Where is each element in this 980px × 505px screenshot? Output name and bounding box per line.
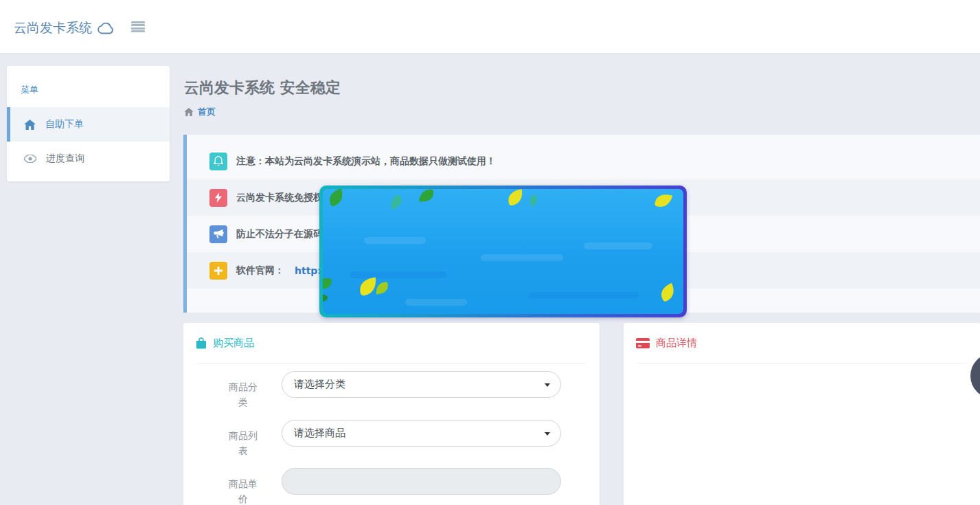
chevron-down-icon [545,432,550,436]
unit-price-input [282,468,561,495]
notice-text: 注意：本站为云尚发卡系统演示站，商品数据只做测试使用！ [236,155,496,168]
buy-panel: 购买商品 商品分类 请选择分类 商品列表 请选择商品 商品单价 [183,323,600,505]
product-select-value: 请选择商品 [294,427,345,440]
buy-panel-title: 购买商品 [213,337,254,350]
cloud-icon [97,23,115,34]
plus-icon [209,262,227,280]
promo-banner-inner [323,189,683,314]
notice-text: 云尚发卡系统免授权 [236,192,323,204]
notice-row: 注意：本站为云尚发卡系统演示站，商品数据只做测试使用！ [187,143,980,179]
sidebar-item-progress-query[interactable]: 进度查询 [7,142,170,176]
bell-icon [209,153,227,170]
divider [637,363,966,363]
detail-panel-title: 商品详情 [656,337,697,350]
banner-leaves-decoration [323,189,683,314]
sidebar-title: 菜单 [7,66,170,107]
credit-card-icon [636,338,650,348]
promo-banner-image [319,186,687,317]
chevron-down-icon [545,383,550,387]
category-label: 商品分类 [227,379,260,409]
page-title: 云尚发卡系统 安全稳定 [184,78,341,98]
bullhorn-icon [209,225,227,243]
breadcrumb-home-icon [184,108,194,116]
breadcrumb: 首页 [184,106,216,118]
category-select-value: 请选择分类 [294,378,345,391]
breadcrumb-home-link[interactable]: 首页 [198,106,216,118]
app-logo[interactable]: 云尚发卡系统 [14,19,115,37]
shopping-bag-icon [196,337,207,349]
category-select[interactable]: 请选择分类 [282,371,561,398]
unit-price-label: 商品单价 [227,476,260,505]
sidebar-item-label: 进度查询 [46,153,84,165]
sidebar-toggle-list-icon[interactable] [131,21,145,32]
sidebar-item-label: 自助下单 [45,118,84,131]
sidebar: 菜单 自助下单 进度查询 [7,66,170,181]
sidebar-item-self-order[interactable]: 自助下单 [7,107,170,142]
product-list-label: 商品列表 [227,428,260,458]
notice-text: 防止不法分子在源码中 [236,228,332,240]
product-select[interactable]: 请选择商品 [282,420,561,447]
app-logo-text: 云尚发卡系统 [14,19,92,37]
top-header: 云尚发卡系统 [0,0,980,54]
notice-text: 软件官网： [236,265,284,277]
home-icon [24,120,36,130]
divider [197,363,586,363]
eye-icon [24,155,36,163]
product-detail-panel: 商品详情 [624,323,980,505]
bolt-icon [209,189,227,207]
